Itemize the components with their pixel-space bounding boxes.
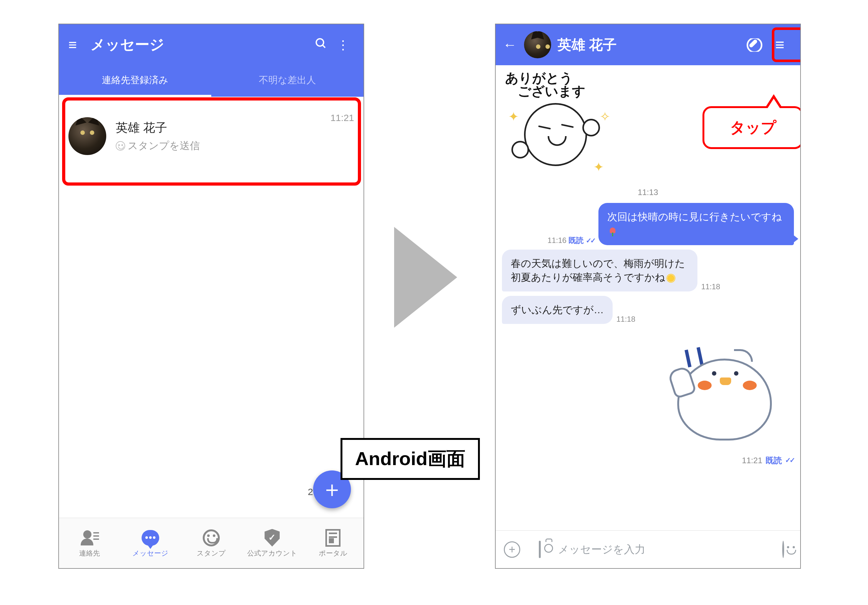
sparkle-icon: ✧ xyxy=(600,109,611,124)
outgoing-message-row: 11:16 既読 ✓✓ 次回は快晴の時に見に行きたいですね xyxy=(502,203,794,245)
chat-menu-icon[interactable]: ≡ xyxy=(766,31,794,59)
sent-sticker-bird-thumbsup: ❙❙ xyxy=(655,333,794,453)
camera-icon[interactable] xyxy=(531,542,549,557)
chat-contact-avatar[interactable] xyxy=(524,31,551,58)
portal-icon xyxy=(326,529,341,547)
contact-avatar xyxy=(68,117,106,155)
contacts-icon xyxy=(81,529,98,547)
stamps-icon xyxy=(203,529,220,546)
back-icon[interactable]: ← xyxy=(502,37,518,53)
conversation-timestamp: 11:21 xyxy=(330,113,354,123)
search-icon[interactable] xyxy=(310,37,332,53)
emoji-picker-icon[interactable] xyxy=(774,542,792,557)
message-filter-tabs: 連絡先登録済み 不明な差出人 xyxy=(59,65,364,97)
nav-official-accounts[interactable]: 公式アカウント xyxy=(242,518,303,568)
nav-portal[interactable]: ポータル xyxy=(303,518,364,568)
hamburger-menu-icon[interactable]: ≡ xyxy=(68,37,84,52)
nav-messages[interactable]: メッセージ xyxy=(120,518,181,568)
tab-registered-contacts[interactable]: 連絡先登録済み xyxy=(59,65,211,97)
sticker-character xyxy=(524,103,587,166)
voice-call-icon[interactable] xyxy=(747,37,759,53)
contact-name: 英雄 花子 xyxy=(116,120,354,136)
fab-count-badge: 2 xyxy=(308,486,313,497)
tab-unknown-senders[interactable]: 不明な差出人 xyxy=(211,65,364,97)
chat-input-bar: + メッセージを入力 xyxy=(496,530,800,568)
sticker-indicator-icon xyxy=(116,141,125,151)
tulip-emoji-icon xyxy=(609,227,617,236)
message-meta: 11:16 既読 ✓✓ xyxy=(548,236,595,245)
message-timestamp: 11:18 xyxy=(616,315,636,324)
chat-header: ← 英雄 花子 ≡ xyxy=(496,24,800,65)
attach-icon[interactable]: + xyxy=(504,542,521,558)
outgoing-message-bubble[interactable]: 次回は快晴の時に見に行きたいですね xyxy=(598,203,794,245)
nav-contacts[interactable]: 連絡先 xyxy=(59,518,120,568)
conversation-row[interactable]: 英雄 花子 スタンプを送信 11:21 xyxy=(59,106,364,166)
sun-emoji-icon xyxy=(666,274,675,283)
nav-stamps[interactable]: スタンプ xyxy=(181,518,242,568)
timestamp-divider: 11:13 xyxy=(502,187,794,197)
messages-list-screen: ≡ メッセージ ⋮ 連絡先登録済み 不明な差出人 英雄 花子 スタンプを送信 1… xyxy=(58,24,364,569)
message-text-input[interactable]: メッセージを入力 xyxy=(558,542,765,557)
svg-line-1 xyxy=(322,45,325,48)
incoming-message-row: ずいぶん先ですが… 11:18 xyxy=(502,296,794,324)
svg-point-0 xyxy=(316,39,324,46)
message-timestamp: 11:18 xyxy=(701,282,720,291)
more-options-icon[interactable]: ⋮ xyxy=(332,37,354,52)
incoming-message-row: 春の天気は難しいので、梅雨が明けた初夏あたりが確率高そうですかね 11:18 xyxy=(502,249,794,292)
app-header: ≡ メッセージ ⋮ xyxy=(59,24,364,65)
platform-label: Android画面 xyxy=(341,438,480,480)
incoming-message-bubble[interactable]: 春の天気は難しいので、梅雨が明けた初夏あたりが確率高そうですかね xyxy=(502,249,698,292)
bottom-navigation: 連絡先 メッセージ スタンプ 公式アカウント ポータル xyxy=(59,518,364,568)
flow-arrow-icon xyxy=(394,227,457,328)
chat-screen: ← 英雄 花子 ≡ タップ ありがとう ございます ✦ ✧ ✦ 11:13 11… xyxy=(495,24,801,569)
chat-contact-name: 英雄 花子 xyxy=(558,36,740,54)
messages-icon xyxy=(141,530,159,546)
sparkle-icon: ✦ xyxy=(508,109,519,124)
official-account-icon xyxy=(265,529,280,547)
received-sticker-thanks: ありがとう ございます ✦ ✧ ✦ xyxy=(505,71,631,182)
incoming-message-bubble[interactable]: ずいぶん先ですが… xyxy=(502,296,612,324)
sticker-meta: 11:21 既読 ✓✓ xyxy=(502,455,794,466)
screen-title: メッセージ xyxy=(84,35,310,54)
chat-message-area[interactable]: ありがとう ございます ✦ ✧ ✦ 11:13 11:16 既読 ✓✓ 次回は快… xyxy=(496,65,800,530)
sparkle-icon: ✦ xyxy=(594,160,604,174)
last-message-preview: スタンプを送信 xyxy=(116,139,354,153)
